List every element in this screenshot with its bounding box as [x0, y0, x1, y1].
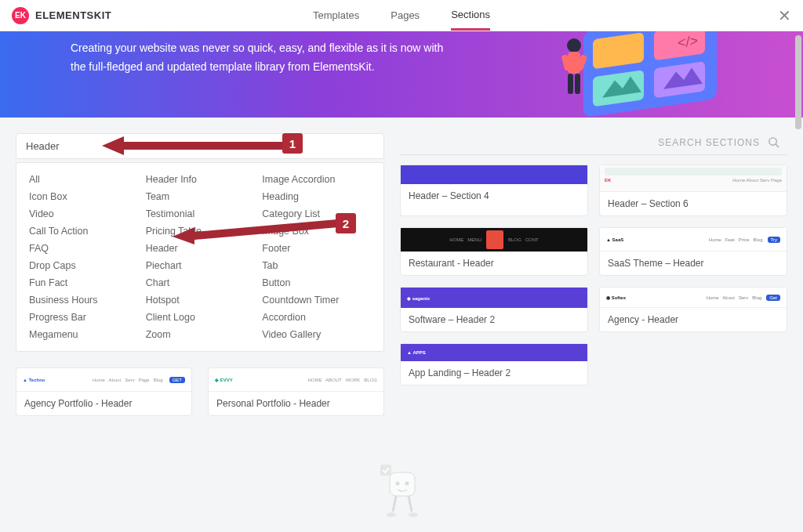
cat-icon-box[interactable]: Icon Box [29, 191, 138, 202]
cat-accordion[interactable]: Accordion [262, 312, 371, 323]
cat-chart[interactable]: Chart [146, 277, 255, 288]
card-label: Agency - Header [600, 308, 787, 331]
left-cards-row: ▲ Techno Home About Serv Page Blog GET A… [16, 367, 384, 416]
cat-drop-caps[interactable]: Drop Caps [29, 260, 138, 271]
cat-hotspot[interactable]: Hotspot [146, 295, 255, 306]
search-sections-bar: SEARCH SECTIONS [400, 133, 787, 155]
svg-marker-15 [173, 219, 339, 244]
card-personal-portfolio[interactable]: ◈ EVVY HOME ABOUT WORK BLOG Personal Por… [208, 367, 384, 416]
card-preview: ◆ sagenix [401, 288, 587, 308]
card-header-section-4[interactable]: Header – Section 4 [400, 165, 588, 216]
cat-business-hours[interactable]: Business Hours [29, 295, 138, 306]
svg-point-25 [409, 512, 418, 517]
card-restaurant-header[interactable]: HOME MENU BLOG CONT Restaurant - Header [400, 227, 588, 276]
scrollbar[interactable] [795, 35, 801, 129]
card-label: Restaurant - Header [401, 252, 587, 275]
svg-rect-13 [575, 74, 580, 94]
cat-client-logo[interactable]: Client Logo [146, 312, 255, 323]
cat-team[interactable]: Team [146, 191, 255, 202]
sections-grid: Header – Section 4 EKHome About Serv Pag… [400, 165, 787, 385]
svg-point-24 [387, 512, 396, 517]
svg-rect-21 [380, 465, 391, 476]
category-dropdown: All Header Info Image Accordion Icon Box… [16, 162, 384, 352]
cat-zoom[interactable]: Zoom [146, 329, 255, 340]
svg-line-22 [393, 496, 396, 512]
svg-marker-14 [102, 136, 298, 155]
cat-button[interactable]: Button [262, 277, 371, 288]
logo: EK ELEMENTSKIT [12, 7, 111, 24]
cat-progress-bar[interactable]: Progress Bar [29, 312, 138, 323]
svg-point-20 [405, 482, 409, 486]
cat-tab[interactable]: Tab [262, 260, 371, 271]
left-column: Header All Header Info Image Accordion I… [16, 133, 384, 416]
card-preview: HOME MENU BLOG CONT [401, 228, 587, 252]
callout-1: 1 [282, 133, 303, 154]
card-preview: EKHome About Serv Page [600, 165, 787, 192]
tab-sections[interactable]: Sections [451, 0, 490, 31]
cat-fun-fact[interactable]: Fun Fact [29, 277, 138, 288]
cat-video-gallery[interactable]: Video Gallery [262, 329, 371, 340]
cat-video[interactable]: Video [29, 208, 138, 219]
card-app-landing-header-2[interactable]: ▲ APPS App Landing – Header 2 [400, 343, 588, 385]
card-label: Header – Section 4 [401, 184, 587, 208]
svg-point-19 [396, 482, 400, 486]
svg-point-8 [567, 38, 581, 52]
card-agency-portfolio[interactable]: ▲ Techno Home About Serv Page Blog GET A… [16, 367, 192, 416]
svg-rect-18 [390, 472, 415, 496]
svg-line-23 [409, 496, 412, 512]
cat-faq[interactable]: FAQ [29, 243, 138, 254]
card-preview: ▲ Techno Home About Serv Page Blog GET [16, 368, 191, 392]
card-label: App Landing – Header 2 [401, 361, 587, 385]
card-preview: ▲ SaaS Home Feat Price Blog Try [600, 228, 787, 252]
arrow-1-icon [102, 132, 298, 160]
top-tabs: Templates Pages Sections [313, 0, 490, 31]
close-icon[interactable]: ✕ [778, 6, 791, 25]
card-header-section-6[interactable]: EKHome About Serv Page Header – Section … [599, 165, 787, 216]
svg-rect-12 [568, 74, 573, 94]
cat-all[interactable]: All [29, 174, 138, 185]
cat-image-accordion[interactable]: Image Accordion [262, 174, 371, 185]
tab-templates[interactable]: Templates [313, 0, 359, 31]
cat-heading[interactable]: Heading [262, 191, 371, 202]
card-preview: ◉ Softex Home About Serv Blog Get [600, 288, 787, 308]
tab-pages[interactable]: Pages [391, 0, 420, 31]
card-preview [401, 165, 587, 184]
card-agency-header[interactable]: ◉ Softex Home About Serv Blog Get Agency… [599, 287, 787, 332]
logo-badge-icon: EK [12, 7, 29, 24]
svg-text:</>: </> [678, 33, 698, 52]
card-preview: ▲ APPS [401, 344, 587, 361]
right-column: SEARCH SECTIONS Header – Section 4 EKHom… [400, 133, 787, 385]
hero-banner: Creating your website was never so quick… [0, 31, 803, 118]
cat-cta[interactable]: Call To Action [29, 226, 138, 237]
card-label: Agency Portfolio - Header [16, 392, 191, 415]
cat-header-info[interactable]: Header Info [146, 174, 255, 185]
logo-text: ELEMENTSKIT [35, 9, 111, 21]
content-area: Header All Header Info Image Accordion I… [0, 118, 803, 432]
cat-header[interactable]: Header [146, 243, 255, 254]
card-software-header-2[interactable]: ◆ sagenix Software – Header 2 [400, 287, 588, 332]
arrow-2-icon [173, 216, 345, 244]
cat-megamenu[interactable]: Megamenu [29, 329, 138, 340]
card-label: Personal Portfolio - Header [209, 392, 383, 415]
card-label: SaaS Theme – Header [600, 252, 787, 275]
callout-2: 2 [336, 213, 356, 233]
card-label: Software – Header 2 [401, 308, 587, 331]
search-sections-input[interactable]: SEARCH SECTIONS [658, 137, 760, 148]
mascot-icon [374, 458, 429, 524]
top-bar: EK ELEMENTSKIT Templates Pages Sections … [0, 0, 803, 31]
svg-rect-9 [568, 52, 580, 74]
card-saas-header[interactable]: ▲ SaaS Home Feat Price Blog Try SaaS The… [599, 227, 787, 276]
search-icon[interactable] [768, 136, 779, 148]
card-label: Header – Section 6 [600, 192, 787, 215]
cat-piechart[interactable]: Piechart [146, 260, 255, 271]
svg-point-16 [769, 138, 776, 145]
cat-footer[interactable]: Footer [262, 243, 371, 254]
svg-line-17 [776, 144, 779, 147]
hero-illustration-icon: </> [560, 31, 772, 118]
cat-countdown[interactable]: Countdown Timer [262, 295, 371, 306]
card-preview: ◈ EVVY HOME ABOUT WORK BLOG [209, 368, 383, 392]
